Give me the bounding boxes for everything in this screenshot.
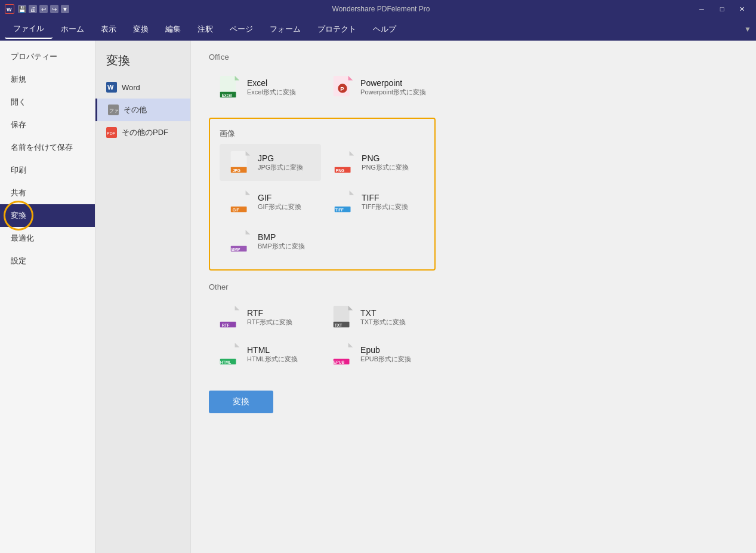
svg-text:W: W: [7, 7, 12, 13]
office-grid: Excel Excel Excel形式に変換: [209, 69, 436, 106]
menu-help[interactable]: ヘルプ: [365, 20, 405, 38]
save-quick-btn[interactable]: 💾: [18, 5, 26, 13]
menu-view[interactable]: 表示: [92, 20, 125, 38]
titlebar: W 💾 🖨 ↩ ↪ ▼ Wondershare PDFelement Pro ─…: [0, 0, 756, 18]
subnav-other[interactable]: ファ その他: [95, 99, 190, 121]
other-icon: ファ: [108, 105, 119, 115]
svg-text:W: W: [107, 84, 114, 91]
html-info: HTML HTML形式に変換: [247, 345, 298, 364]
sidebar-item-share[interactable]: 共有: [0, 182, 95, 204]
menu-annotate[interactable]: 注釈: [189, 20, 221, 38]
other-grid: RTF RTF RTF形式に変換: [209, 299, 436, 373]
image-label: 画像: [220, 128, 425, 139]
other-label: Other: [209, 282, 436, 291]
format-txt[interactable]: TXT TXT TXT形式に変換: [322, 299, 436, 336]
print-quick-btn[interactable]: 🖨: [29, 5, 37, 13]
sub-navigation: 変換 W Word ファ その他 PDF その他: [95, 41, 191, 553]
close-button[interactable]: ✕: [733, 0, 751, 18]
menu-form[interactable]: フォーム: [261, 20, 309, 38]
minimize-button[interactable]: ─: [693, 0, 711, 18]
tiff-file-icon: TIFF: [333, 189, 354, 214]
menu-protect[interactable]: プロテクト: [309, 20, 365, 38]
svg-text:HTML: HTML: [220, 360, 232, 364]
menu-file[interactable]: ファイル: [5, 20, 53, 39]
sidebar-item-open[interactable]: 開く: [0, 91, 95, 113]
tiff-info: TIFF TIFF形式に変換: [362, 193, 408, 211]
format-epub[interactable]: EPUB Epub EPUB形式に変換: [322, 336, 436, 373]
maximize-button[interactable]: □: [713, 0, 731, 18]
inner-layout: 変換 W Word ファ その他 PDF その他: [95, 41, 453, 553]
titlebar-left: W 💾 🖨 ↩ ↪ ▼: [5, 4, 69, 14]
format-jpg[interactable]: JPG JPG JPG形式に変換: [220, 144, 321, 181]
svg-marker-41: [348, 306, 353, 311]
ppt-file-icon: P: [332, 75, 353, 100]
subnav-other-pdf[interactable]: PDF その他のPDF: [95, 121, 190, 144]
sidebar-item-convert[interactable]: 変換: [0, 204, 95, 227]
png-info: PNG PNG形式に変換: [362, 153, 409, 172]
svg-text:EPUB: EPUB: [334, 360, 345, 364]
format-html[interactable]: HTML HTML HTML形式に変換: [209, 336, 322, 373]
format-excel[interactable]: Excel Excel Excel形式に変換: [209, 69, 322, 106]
other-section: Other RTF RTF: [209, 282, 436, 373]
menu-home[interactable]: ホーム: [53, 20, 92, 38]
format-powerpoint[interactable]: P Powerpoint Powerpoint形式に変換: [322, 69, 436, 106]
menu-convert[interactable]: 変換: [125, 20, 157, 38]
svg-text:TXT: TXT: [335, 323, 342, 327]
menu-edit[interactable]: 編集: [157, 20, 189, 38]
convert-button[interactable]: 変換: [209, 391, 273, 413]
png-file-icon: PNG: [333, 150, 354, 175]
jpg-file-icon: JPG: [229, 150, 251, 175]
html-file-icon: HTML: [218, 342, 240, 367]
format-rtf[interactable]: RTF RTF RTF形式に変換: [209, 299, 322, 336]
sidebar-item-new[interactable]: 新規: [0, 68, 95, 91]
svg-text:PNG: PNG: [336, 168, 344, 173]
format-tiff[interactable]: TIFF TIFF TIFF形式に変換: [323, 183, 425, 220]
format-bmp[interactable]: BMP BMP BMP形式に変換: [220, 223, 321, 260]
sidebar: プロパティー 新規 開く 保存 名前を付けて保存 印刷 共有 変換 最適化 設定: [0, 41, 95, 553]
menu-page[interactable]: ページ: [221, 20, 261, 38]
svg-text:ファ: ファ: [109, 108, 119, 113]
svg-marker-21: [350, 151, 354, 156]
format-png[interactable]: PNG PNG PNG形式に変換: [323, 144, 425, 181]
image-section: 画像 JPG JPG: [209, 118, 436, 271]
svg-marker-29: [350, 191, 354, 195]
redo-btn[interactable]: ↪: [50, 5, 58, 13]
svg-marker-13: [348, 76, 353, 81]
svg-marker-37: [235, 306, 240, 311]
ppt-info: Powerpoint Powerpoint形式に変換: [360, 78, 426, 97]
svg-text:RTF: RTF: [222, 323, 230, 327]
menubar: ファイル ホーム 表示 変換 編集 注釈 ページ フォーム プロテクト ヘルプ …: [0, 18, 756, 41]
dropdown-btn[interactable]: ▼: [61, 5, 69, 13]
epub-info: Epub EPUB形式に変換: [360, 345, 411, 364]
sidebar-item-saveas[interactable]: 名前を付けて保存: [0, 136, 95, 159]
app-icon: W: [5, 4, 14, 14]
svg-text:GIF: GIF: [233, 208, 239, 212]
epub-file-icon: EPUB: [332, 342, 353, 367]
sidebar-item-save[interactable]: 保存: [0, 113, 95, 136]
other-pdf-icon: PDF: [106, 127, 117, 138]
quick-access-toolbar: 💾 🖨 ↩ ↪ ▼: [18, 5, 69, 13]
menubar-chevron: ▼: [744, 25, 751, 33]
svg-text:JPG: JPG: [233, 168, 240, 173]
gif-file-icon: GIF: [229, 189, 251, 214]
svg-marker-49: [348, 343, 353, 348]
gif-info: GIF GIF形式に変換: [258, 193, 301, 211]
svg-text:TIFF: TIFF: [335, 208, 344, 212]
window-title: Wondershare PDFelement Pro: [332, 5, 430, 13]
sidebar-item-print[interactable]: 印刷: [0, 159, 95, 182]
undo-btn[interactable]: ↩: [39, 5, 48, 13]
bmp-info: BMP BMP形式に変換: [258, 232, 305, 251]
main-layout: プロパティー 新規 開く 保存 名前を付けて保存 印刷 共有 変換 最適化 設定…: [0, 41, 756, 553]
sidebar-item-properties[interactable]: プロパティー: [0, 45, 95, 68]
sidebar-item-settings[interactable]: 設定: [0, 250, 95, 272]
image-grid: JPG JPG JPG形式に変換: [220, 144, 425, 260]
format-gif[interactable]: GIF GIF GIF形式に変換: [220, 183, 321, 220]
window-controls: ─ □ ✕: [693, 0, 751, 18]
sidebar-item-optimize[interactable]: 最適化: [0, 227, 95, 250]
rtf-info: RTF RTF形式に変換: [247, 308, 292, 327]
txt-file-icon: TXT: [332, 305, 353, 330]
excel-file-icon: Excel: [218, 75, 240, 100]
svg-text:Excel: Excel: [222, 93, 233, 97]
excel-info: Excel Excel形式に変換: [247, 78, 296, 97]
subnav-word[interactable]: W Word: [95, 76, 190, 99]
